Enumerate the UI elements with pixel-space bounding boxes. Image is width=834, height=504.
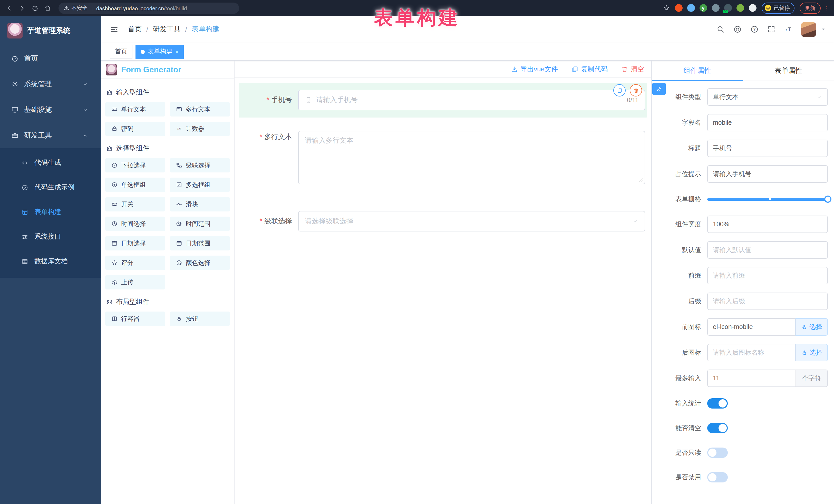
prop-input-最多输入[interactable]: 11 <box>707 370 796 387</box>
user-avatar[interactable] <box>801 22 816 37</box>
canvas-field-mobile[interactable]: 手机号 请输入手机号 0/11 <box>239 83 647 117</box>
forward-icon[interactable] <box>19 4 26 12</box>
sidebar-subitem-代码生成[interactable]: 代码生成 <box>0 150 101 175</box>
tag-form-build[interactable]: 表单构建 × <box>135 44 184 59</box>
search-icon[interactable] <box>717 25 725 34</box>
input-value: 请输入手机号 <box>713 170 822 178</box>
ext-blue-drop-icon[interactable] <box>687 4 695 12</box>
sidebar-subitem-系统接口[interactable]: 系统接口 <box>0 224 101 249</box>
textarea-input[interactable]: 请输入多行文本 <box>298 131 645 184</box>
collapse-menu-icon[interactable] <box>110 25 118 34</box>
palette-item-滑块[interactable]: 滑块 <box>170 197 230 212</box>
palette-item-时间范围[interactable]: 时间范围 <box>170 217 230 231</box>
sidebar-subitem-表单构建[interactable]: 表单构建 <box>0 200 101 224</box>
prop-input-后图标[interactable]: 请输入后图标名称 <box>707 344 795 361</box>
palette-item-label: 行容器 <box>121 314 139 323</box>
palette-item-日期范围[interactable]: 日期范围 <box>170 236 230 250</box>
prop-select-组件类型[interactable]: 单行文本 <box>707 88 828 106</box>
sidebar-item-2[interactable]: 基础设施 <box>0 97 101 123</box>
bookmark-star-icon[interactable] <box>663 5 670 11</box>
export-vue-button[interactable]: 导出vue文件 <box>511 64 558 74</box>
sidebar-item-0[interactable]: 首页 <box>0 46 101 71</box>
link-icon[interactable] <box>652 83 666 95</box>
icon-pick-button[interactable]: 选择 <box>795 318 828 336</box>
prop-input-组件宽度[interactable]: 100% <box>707 216 828 233</box>
palette-item-下拉选择[interactable]: 下拉选择 <box>105 158 165 172</box>
duplicate-field-button[interactable] <box>613 84 626 96</box>
cascader-input[interactable]: 请选择级联选择 <box>298 211 645 232</box>
toggle-是否禁用[interactable] <box>707 472 728 482</box>
toggle-是否只读[interactable] <box>707 447 728 458</box>
app-logo[interactable]: 芋道管理系统 <box>0 16 101 46</box>
palette-item-颜色选择[interactable]: 颜色选择 <box>170 256 230 270</box>
fullscreen-icon[interactable] <box>767 25 775 34</box>
palette-item-单行文本[interactable]: 单行文本 <box>105 102 165 116</box>
ext-white-puzzle-icon[interactable] <box>749 4 756 12</box>
prop-input-前图标[interactable]: el-icon-mobile <box>707 318 795 336</box>
form-grid-slider[interactable] <box>707 196 828 203</box>
sidebar-subitem-代码生成示例[interactable]: 代码生成示例 <box>0 175 101 200</box>
top-navbar: 首页 / 研发工具 / 表单构建 ? tT <box>101 16 834 43</box>
palette-item-上传[interactable]: 上传 <box>105 275 165 289</box>
slider-handle[interactable] <box>824 196 831 203</box>
ext-dark-on-icon[interactable]: on <box>724 4 731 12</box>
canvas-field-textarea[interactable]: 多行文本 请输入多行文本 <box>239 124 647 192</box>
sidebar-item-3[interactable]: 研发工具 <box>0 123 101 148</box>
palette-item-日期选择[interactable]: 日期选择 <box>105 236 165 250</box>
close-tag-icon[interactable]: × <box>176 48 179 54</box>
sidebar-subitem-数据库文档[interactable]: 数据库文档 <box>0 249 101 273</box>
breadcrumb-tools[interactable]: 研发工具 <box>153 25 181 34</box>
mobile-input[interactable]: 请输入手机号 0/11 <box>298 90 645 110</box>
prop-input-占位提示[interactable]: 请输入手机号 <box>707 165 828 183</box>
ext-green-y-icon[interactable]: y <box>699 4 707 12</box>
prop-input-字段名[interactable]: mobile <box>707 114 828 131</box>
tag-home[interactable]: 首页 <box>110 44 132 59</box>
sidebar-item-1[interactable]: 系统管理 <box>0 71 101 97</box>
svg-text:t: t <box>786 28 787 32</box>
address-bar[interactable]: 不安全 dashboard.yudao.iocoder.cn/tool/buil… <box>59 2 239 14</box>
toggle-能否清空[interactable] <box>707 423 728 433</box>
reload-icon[interactable] <box>31 4 39 12</box>
palette-item-计数器[interactable]: 123计数器 <box>170 122 230 136</box>
font-size-icon[interactable]: tT <box>784 25 792 34</box>
prop-input-前缀[interactable]: 请输入前缀 <box>707 267 828 284</box>
tab-form-props[interactable]: 表单属性 <box>743 61 834 81</box>
palette-item-时间选择[interactable]: 时间选择 <box>105 217 165 231</box>
palette-item-开关[interactable]: 开关 <box>105 197 165 212</box>
palette-item-多行文本[interactable]: 多行文本 <box>170 102 230 116</box>
browser-menu-icon[interactable] <box>824 5 830 11</box>
toggle-输入统计[interactable] <box>707 398 728 409</box>
palette-item-单选框组[interactable]: 单选框组 <box>105 178 165 192</box>
ext-leaf-icon[interactable] <box>736 4 744 12</box>
home-icon[interactable] <box>44 4 51 12</box>
ext-orange-icon[interactable] <box>675 4 682 12</box>
breadcrumb-current: 表单构建 <box>192 25 219 34</box>
breadcrumb-home[interactable]: 首页 <box>128 25 142 34</box>
palette-item-级联选择[interactable]: 级联选择 <box>170 158 230 172</box>
prop-input-默认值[interactable]: 请输入默认值 <box>707 241 828 259</box>
palette-item-多选框组[interactable]: 多选框组 <box>170 178 230 192</box>
canvas-field-cascader[interactable]: 级联选择 请选择级联选择 <box>239 204 647 239</box>
prop-input-标题[interactable]: 手机号 <box>707 139 828 157</box>
palette-item-行容器[interactable]: 行容器 <box>105 311 165 326</box>
sidebar-subitem-label: 代码生成示例 <box>35 183 74 192</box>
prop-control: mobile <box>707 114 828 131</box>
ext-slate-icon[interactable] <box>711 4 719 12</box>
help-icon[interactable]: ? <box>750 25 759 34</box>
profile-paused-pill[interactable]: 已暂停 <box>761 2 794 14</box>
clear-button[interactable]: 清空 <box>621 64 644 74</box>
github-icon[interactable] <box>733 25 742 34</box>
logo-avatar <box>7 23 23 39</box>
back-icon[interactable] <box>6 4 13 12</box>
palette-item-评分[interactable]: 评分 <box>105 256 165 270</box>
prop-input-后缀[interactable]: 请输入后缀 <box>707 292 828 310</box>
update-button[interactable]: 更新 <box>799 2 821 14</box>
tab-component-props[interactable]: 组件属性 <box>652 61 743 81</box>
copy-code-button[interactable]: 复制代码 <box>571 64 608 74</box>
user-caret-icon[interactable] <box>821 27 826 32</box>
icon-pick-button[interactable]: 选择 <box>795 344 828 361</box>
palette-item-label: 时间选择 <box>121 219 146 228</box>
palette-item-按钮[interactable]: 按钮 <box>170 311 230 326</box>
palette-item-密码[interactable]: 密码 <box>105 122 165 136</box>
delete-field-button[interactable] <box>630 84 642 96</box>
